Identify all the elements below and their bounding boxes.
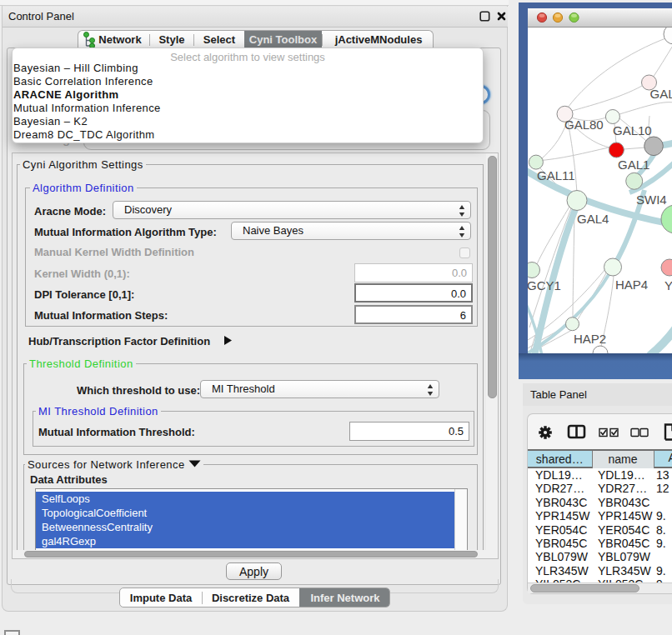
svg-text:GAL4: GAL4 [577, 212, 609, 226]
svg-text:HAP2: HAP2 [574, 332, 606, 346]
svg-text:HAP4: HAP4 [615, 278, 648, 292]
svg-text:GCY1: GCY1 [528, 278, 561, 292]
svg-text:GAL1: GAL1 [618, 158, 649, 172]
svg-text:SWI4: SWI4 [636, 192, 667, 207]
svg-text:GAL80: GAL80 [564, 118, 604, 132]
svg-text:GAL11: GAL11 [537, 168, 575, 182]
svg-text:GAL: GAL [650, 87, 672, 101]
svg-text:Y: Y [664, 278, 672, 292]
svg-text:GAL10: GAL10 [613, 123, 652, 138]
